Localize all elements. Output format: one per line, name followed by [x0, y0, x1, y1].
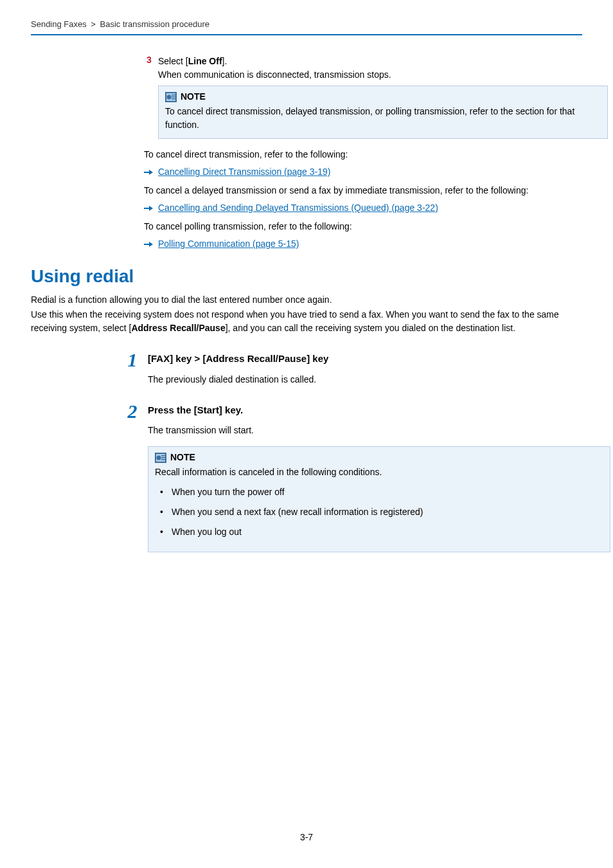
step-body: Select [Line Off]. When communication is… [158, 55, 391, 82]
link-polling[interactable]: Polling Communication (page 5-15) [158, 237, 299, 251]
big-step-number: 2 [121, 402, 144, 421]
section-title: Using redial [31, 266, 582, 287]
big-step-title: Press the [Start] key. [148, 403, 610, 418]
page-content: 3 Select [Line Off]. When communication … [31, 55, 582, 552]
arrow-right-icon [144, 240, 153, 248]
svg-marker-9 [149, 206, 153, 211]
svg-rect-4 [172, 96, 175, 98]
header-rule [31, 34, 582, 35]
note-text: To cancel direct transmission, delayed t… [165, 105, 601, 132]
step-number: 3 [147, 55, 158, 65]
big-step-body: Press the [Start] key. The transmission … [148, 403, 610, 553]
note-label: NOTE [170, 451, 195, 464]
note2-bullets: When you turn the power off When you sen… [155, 485, 603, 539]
step3-keyword: Line Off [188, 56, 222, 66]
step3-line2: When communication is disconnected, tran… [158, 69, 391, 80]
svg-rect-3 [172, 95, 175, 96]
svg-marker-11 [149, 242, 153, 247]
bullet-item: When you turn the power off [157, 485, 603, 499]
bullet-item: When you send a next fax (new recall inf… [157, 505, 603, 519]
bullet-item: When you log out [157, 525, 603, 539]
note-box-1: NOTE To cancel direct transmission, dela… [158, 86, 608, 139]
svg-point-14 [157, 455, 161, 460]
big-step-text: The transmission will start. [148, 424, 610, 437]
link-cancel-delayed[interactable]: Cancelling and Sending Delayed Transmiss… [158, 201, 438, 215]
breadcrumb: Sending Faxes > Basic transmission proce… [31, 19, 582, 34]
big-step-title: [FAX] key > [Address Recall/Pause] key [148, 352, 328, 366]
page-number: 3-7 [0, 832, 613, 842]
step3-text-c: ]. [222, 56, 227, 66]
para2-keyword: Address Recall/Pause [131, 323, 225, 333]
link-row-1: Cancelling Direct Transmission (page 3-1… [144, 165, 582, 179]
svg-rect-15 [161, 455, 165, 457]
arrow-right-icon [144, 204, 153, 212]
note-header: NOTE [155, 451, 603, 464]
link-cancel-direct[interactable]: Cancelling Direct Transmission (page 3-1… [158, 165, 330, 179]
big-step-body: [FAX] key > [Address Recall/Pause] key T… [148, 352, 328, 386]
ref-intro-2: To cancel a delayed transmission or send… [144, 184, 582, 197]
svg-rect-5 [172, 98, 175, 100]
arrow-right-icon [144, 168, 153, 176]
svg-point-2 [167, 95, 172, 99]
link-row-2: Cancelling and Sending Delayed Transmiss… [144, 201, 582, 215]
svg-rect-17 [161, 459, 165, 460]
svg-marker-7 [149, 170, 153, 175]
breadcrumb-part2: Basic transmission procedure [100, 19, 210, 29]
svg-rect-16 [161, 457, 165, 458]
note-header: NOTE [165, 90, 601, 104]
note-label: NOTE [181, 90, 206, 104]
big-step-1: 1 [FAX] key > [Address Recall/Pause] key… [121, 352, 582, 386]
breadcrumb-part1: Sending Faxes [31, 19, 87, 29]
ref-intro-3: To cancel polling transmission, refer to… [144, 220, 582, 233]
link-row-3: Polling Communication (page 5-15) [144, 237, 582, 251]
para-2: Use this when the receiving system does … [31, 308, 582, 335]
step-3: 3 Select [Line Off]. When communication … [147, 55, 582, 82]
note-icon [165, 92, 177, 102]
ref-intro-1: To cancel direct transmission, refer to … [144, 148, 582, 161]
big-step-number: 1 [121, 350, 144, 370]
note-icon [155, 453, 166, 463]
para2-c: ], and you can call the receiving system… [226, 323, 515, 333]
para-1: Redial is a function allowing you to dia… [31, 293, 582, 307]
step3-text-a: Select [ [158, 56, 188, 66]
big-step-text: The previously dialed destination is cal… [148, 373, 328, 386]
breadcrumb-separator: > [91, 19, 96, 29]
document-page: Sending Faxes > Basic transmission proce… [0, 0, 613, 868]
note-box-2: NOTE Recall information is canceled in t… [148, 446, 610, 552]
note2-intro: Recall information is canceled in the fo… [155, 466, 603, 479]
big-step-2: 2 Press the [Start] key. The transmissio… [121, 403, 582, 553]
